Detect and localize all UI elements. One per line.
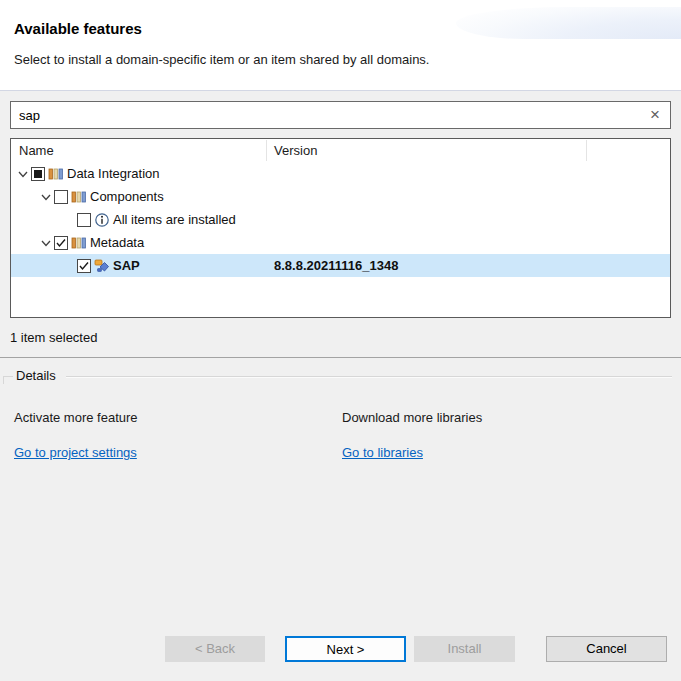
horizontal-separator <box>0 357 681 358</box>
details-group-border <box>3 376 13 377</box>
tree-item-label: Components <box>90 189 164 204</box>
available-features-dialog: Available features Select to install a d… <box>0 0 681 681</box>
tree-row-data-integration[interactable]: Data Integration <box>11 162 670 185</box>
back-button[interactable]: < Back <box>165 636 265 662</box>
go-to-libraries-link[interactable]: Go to libraries <box>342 445 423 460</box>
column-divider <box>586 140 587 161</box>
chevron-down-icon[interactable] <box>37 231 54 254</box>
sap-icon <box>94 258 110 274</box>
category-bars-icon <box>48 166 64 182</box>
checkbox-checked[interactable] <box>54 236 68 250</box>
features-tree-table: Name Version Data Integration <box>10 138 671 318</box>
banner-swoosh-decoration <box>456 7 681 39</box>
details-group-border <box>3 376 4 384</box>
search-box: × <box>10 101 671 129</box>
tree-row-sap[interactable]: SAP 8.8.8.20211116_1348 <box>11 254 670 277</box>
details-group-border <box>66 376 672 378</box>
tree-row-all-items-installed[interactable]: All items are installed <box>11 208 670 231</box>
page-subtitle: Select to install a domain-specific item… <box>14 52 429 67</box>
cancel-button[interactable]: Cancel <box>546 636 667 662</box>
tree-row-components[interactable]: Components <box>11 185 670 208</box>
search-input[interactable] <box>11 102 640 128</box>
activate-feature-heading: Activate more feature <box>14 410 138 425</box>
info-icon <box>94 212 110 228</box>
go-to-project-settings-link[interactable]: Go to project settings <box>14 445 137 460</box>
column-header-name[interactable]: Name <box>19 139 54 162</box>
clear-search-icon[interactable]: × <box>640 102 670 128</box>
category-bars-icon <box>71 189 87 205</box>
checkbox-unchecked[interactable] <box>77 213 91 227</box>
install-button[interactable]: Install <box>414 636 515 662</box>
checkbox-checked[interactable] <box>77 259 91 273</box>
chevron-slot-empty <box>60 208 77 231</box>
details-group-label: Details <box>14 368 58 383</box>
next-button[interactable]: Next > <box>285 636 406 662</box>
tree-item-label: SAP <box>113 258 140 273</box>
checkbox-unchecked[interactable] <box>54 190 68 204</box>
tree-item-label: Metadata <box>90 235 144 250</box>
category-bars-icon <box>71 235 87 251</box>
table-header: Name Version <box>11 139 670 162</box>
chevron-slot-empty <box>60 254 77 277</box>
tree-item-label: All items are installed <box>113 212 236 227</box>
chevron-down-icon[interactable] <box>37 185 54 208</box>
selection-status-text: 1 item selected <box>10 330 97 345</box>
tree-item-version: 8.8.8.20211116_1348 <box>274 254 398 277</box>
download-libraries-heading: Download more libraries <box>342 410 482 425</box>
chevron-down-icon[interactable] <box>14 162 31 185</box>
page-title: Available features <box>14 20 142 37</box>
checkbox-mixed[interactable] <box>31 167 45 181</box>
column-divider <box>266 140 267 161</box>
wizard-header: Available features Select to install a d… <box>0 0 681 91</box>
tree-item-label: Data Integration <box>67 166 160 181</box>
tree-row-metadata[interactable]: Metadata <box>11 231 670 254</box>
column-header-version[interactable]: Version <box>274 139 317 162</box>
